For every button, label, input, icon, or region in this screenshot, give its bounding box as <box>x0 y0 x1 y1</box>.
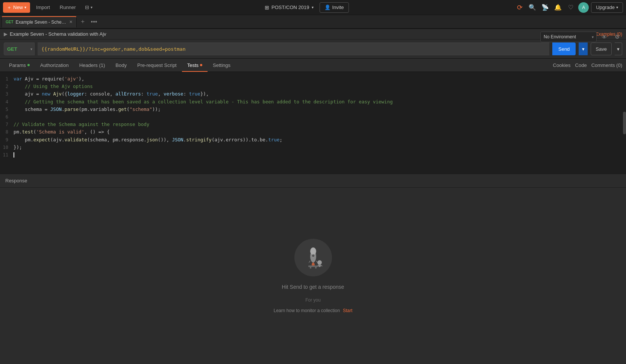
radar-icon-button[interactable]: 📡 <box>540 2 550 13</box>
line-num-7: 7 <box>2 121 14 128</box>
svg-point-4 <box>312 254 315 257</box>
line-num-9: 9 <box>2 136 14 144</box>
line-num-5: 5 <box>2 106 14 113</box>
tab-headers[interactable]: Headers (1) <box>74 59 111 72</box>
tab-example-seven[interactable]: GET Example Seven - Schema valid... ✕ <box>2 16 77 27</box>
workspace-group: ⊞ POST/CON 2019 ▾ 👤 Invite <box>261 2 349 13</box>
line-num-8: 8 <box>2 128 14 136</box>
layout-caret: ▾ <box>91 5 92 9</box>
avatar[interactable]: A <box>578 2 589 13</box>
code-line-3: 3 ajv = new Ajv({logger: console, allErr… <box>0 90 626 98</box>
line-num-6: 6 <box>2 113 14 121</box>
tab-tests-label: Tests <box>187 62 199 68</box>
tests-dot <box>200 64 202 66</box>
rocket-illustration <box>294 239 332 276</box>
env-settings-button[interactable]: ⚙ <box>612 32 622 42</box>
top-toolbar: ＋ New ▾ Import Runner ⊟ ▾ ⊞ POST/CON 201… <box>0 0 626 15</box>
runner-button[interactable]: Runner <box>56 2 80 13</box>
invite-icon: 👤 <box>324 5 330 10</box>
code-line-8: 8 pm.test('Schema is valid', () => { <box>0 128 626 136</box>
env-select-wrapper: No Environment ▾ <box>540 32 597 42</box>
code-line-1: 1 var Ajv = require('ajv'), <box>0 75 626 83</box>
svg-line-9 <box>321 265 322 266</box>
notification-icon-button[interactable]: 🔔 <box>553 2 563 13</box>
breadcrumb-title: Example Seven - Schema validation with A… <box>10 31 106 37</box>
code-line-5: 5 schema = JSON.parse(pm.variables.get("… <box>0 106 626 113</box>
learn-label: Learn how to monitor a collection <box>274 308 340 313</box>
invite-button[interactable]: 👤 Invite <box>320 2 349 13</box>
heart-icon-button[interactable]: ♡ <box>565 2 576 13</box>
upgrade-label: Upgrade <box>596 5 615 10</box>
code-button[interactable]: Code <box>575 62 587 68</box>
start-link[interactable]: Start <box>343 308 352 313</box>
code-line-4: 4 // Getting the schema that has been sa… <box>0 98 626 106</box>
cookies-button[interactable]: Cookies <box>553 62 571 68</box>
import-button[interactable]: Import <box>32 2 54 13</box>
response-section: Response <box>0 174 626 364</box>
upgrade-button[interactable]: Upgrade ▾ <box>591 2 623 13</box>
svg-marker-2 <box>308 260 310 263</box>
line-content-8: pm.test('Schema is valid', () => { <box>14 128 110 136</box>
svg-rect-10 <box>308 265 318 267</box>
more-tabs-button[interactable]: ••• <box>89 17 99 27</box>
plus-icon: ＋ <box>7 4 12 11</box>
response-title: Response <box>5 178 27 184</box>
env-select[interactable]: No Environment <box>540 32 597 42</box>
invite-label: Invite <box>332 5 344 10</box>
tab-params-label: Params <box>9 62 26 68</box>
workspace-caret-icon: ▾ <box>312 5 314 9</box>
env-eye-button[interactable]: 👁 <box>599 32 609 42</box>
line-content-3: ajv = new Ajv({logger: console, allError… <box>14 90 209 98</box>
line-content-7: // Validate the Schema against the respo… <box>14 121 149 128</box>
line-num-11: 11 <box>2 151 14 159</box>
code-line-2: 2 // Using the Ajv options <box>0 83 626 90</box>
save-caret-button[interactable]: ▾ <box>615 42 622 55</box>
response-header: Response <box>0 174 626 188</box>
line-content-1: var Ajv = require('ajv'), <box>14 75 84 83</box>
tab-settings-label: Settings <box>213 62 230 68</box>
pane-top: ▶ Example Seven - Schema validation with… <box>0 29 626 174</box>
tab-authorization[interactable]: Authorization <box>35 59 74 72</box>
svg-point-1 <box>310 247 316 255</box>
layout-button[interactable]: ⊟ ▾ <box>82 2 95 13</box>
url-input[interactable] <box>38 42 549 55</box>
line-num-10: 10 <box>2 144 14 151</box>
method-select[interactable]: GET POST PUT DELETE PATCH <box>4 42 35 55</box>
tab-prerequest-label: Pre-request Script <box>137 62 177 68</box>
send-button[interactable]: Send <box>552 42 576 55</box>
search-icon-button[interactable]: 🔍 <box>527 2 538 13</box>
grid-icon: ⊞ <box>265 5 269 11</box>
layout-icon: ⊟ <box>85 5 89 10</box>
workspace-label: POST/CON 2019 <box>271 5 309 10</box>
tabs-nav: Params Authorization Headers (1) Body Pr… <box>0 59 626 72</box>
for-you-label: For you <box>302 297 324 303</box>
workspace-button[interactable]: ⊞ POST/CON 2019 ▾ <box>261 3 317 12</box>
code-line-10: 10 }); <box>0 144 626 151</box>
env-bar: No Environment ▾ 👁 ⚙ <box>537 30 626 44</box>
tab-settings[interactable]: Settings <box>208 59 236 72</box>
sync-icon-button[interactable]: ⟳ <box>514 2 525 13</box>
new-button[interactable]: ＋ New ▾ <box>3 2 30 13</box>
scroll-indicator <box>623 112 626 134</box>
learn-row: Learn how to monitor a collection Start <box>274 308 352 313</box>
line-num-2: 2 <box>2 83 14 90</box>
tab-authorization-label: Authorization <box>40 62 69 68</box>
svg-rect-12 <box>315 265 317 268</box>
main-container: ▶ Example Seven - Schema validation with… <box>0 29 626 364</box>
tab-tests[interactable]: Tests <box>182 59 208 72</box>
hit-send-text: Hit Send to get a response <box>282 284 344 290</box>
tab-close-icon[interactable]: ✕ <box>69 20 73 24</box>
upgrade-caret-icon: ▾ <box>616 5 618 9</box>
send-caret-button[interactable]: ▾ <box>579 42 588 55</box>
line-content-11 <box>14 151 14 159</box>
line-num-1: 1 <box>2 75 14 83</box>
code-editor[interactable]: 1 var Ajv = require('ajv'), 2 // Using t… <box>0 72 626 174</box>
line-content-4: // Getting the schema that has been save… <box>14 98 393 106</box>
tab-body[interactable]: Body <box>110 59 132 72</box>
comments-button[interactable]: Comments (0) <box>591 62 622 68</box>
add-tab-button[interactable]: ＋ <box>77 17 88 27</box>
tab-params[interactable]: Params <box>4 59 35 72</box>
save-button[interactable]: Save <box>591 42 612 55</box>
line-content-2: // Using the Ajv options <box>14 83 93 90</box>
tab-prerequest[interactable]: Pre-request Script <box>132 59 182 72</box>
